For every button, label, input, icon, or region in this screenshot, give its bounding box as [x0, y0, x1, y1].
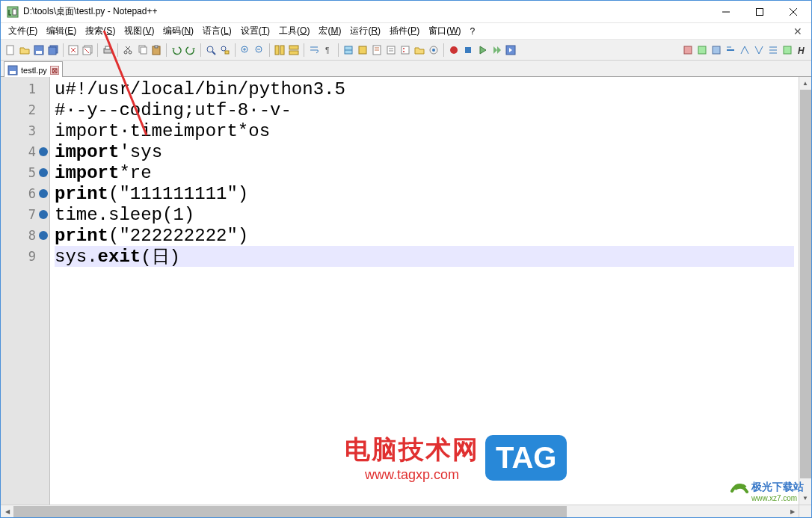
svg-rect-1	[13, 9, 16, 15]
tb-extra5-icon[interactable]	[738, 43, 751, 58]
sync-v-icon[interactable]	[273, 43, 286, 58]
func-list-icon[interactable]	[399, 43, 412, 58]
tb-extra1-icon[interactable]	[681, 43, 695, 58]
tb-extra3-icon[interactable]	[710, 43, 723, 58]
svg-rect-68	[784, 46, 791, 54]
save-all-icon[interactable]	[46, 43, 60, 58]
folder-workspace-icon[interactable]	[413, 43, 426, 58]
svg-rect-62	[713, 46, 720, 54]
menu-view[interactable]: 视图(V)	[120, 23, 159, 39]
menu-plugins[interactable]: 插件(P)	[385, 23, 424, 39]
scroll-thumb[interactable]	[800, 90, 811, 478]
svg-rect-58	[465, 47, 471, 53]
record-macro-icon[interactable]	[447, 43, 461, 58]
line-number: 7	[1, 204, 49, 225]
svg-point-29	[221, 46, 226, 51]
svg-point-27	[207, 46, 213, 52]
svg-point-19	[124, 51, 127, 54]
svg-rect-10	[49, 47, 56, 55]
doc-map-icon[interactable]	[370, 43, 384, 58]
tb-extra7-icon[interactable]	[766, 43, 780, 58]
svg-point-53	[403, 48, 405, 49]
close-all-icon[interactable]	[81, 43, 94, 58]
svg-rect-49	[387, 46, 395, 54]
code-line: import*re	[55, 162, 794, 183]
horizontal-scrollbar[interactable]: ◀ ▶	[1, 505, 811, 517]
tb-extra8-icon[interactable]	[781, 43, 794, 58]
new-file-icon[interactable]	[4, 43, 17, 58]
menu-search[interactable]: 搜索(S)	[81, 23, 120, 39]
close-button[interactable]	[776, 1, 810, 22]
line-number: 8	[1, 225, 49, 246]
svg-rect-26	[155, 46, 158, 48]
open-file-icon[interactable]	[18, 43, 31, 58]
save-macro-icon[interactable]	[504, 43, 517, 58]
line-number: 2	[1, 99, 49, 120]
menu-encoding[interactable]: 编码(N)	[159, 23, 198, 39]
print-icon[interactable]	[101, 43, 114, 58]
svg-rect-39	[289, 51, 298, 55]
change-marker-icon	[39, 231, 48, 240]
maximize-button[interactable]	[742, 1, 776, 22]
line-number-gutter[interactable]: 1 2 3 4 5 6 7 8 9	[1, 77, 50, 505]
copy-icon[interactable]	[135, 43, 149, 58]
menu-settings[interactable]: 设置(T)	[236, 23, 274, 39]
zoom-out-icon[interactable]	[253, 43, 266, 58]
svg-rect-36	[275, 46, 279, 55]
svg-point-54	[403, 51, 405, 52]
code-editor[interactable]: u#!/usr/local/bin/python3.5 #·-y--coding…	[50, 77, 799, 505]
redo-icon[interactable]	[184, 43, 197, 58]
svg-point-57	[450, 46, 458, 54]
play-macro-icon[interactable]	[476, 43, 489, 58]
line-number: 3	[1, 120, 49, 141]
menu-tools[interactable]: 工具(O)	[274, 23, 314, 39]
menu-language[interactable]: 语言(L)	[198, 23, 236, 39]
scroll-left-icon[interactable]: ◀	[1, 505, 13, 518]
save-icon[interactable]	[32, 43, 46, 58]
code-line: print("222222222")	[55, 225, 794, 246]
scroll-up-icon[interactable]: ▲	[799, 77, 811, 90]
stop-macro-icon[interactable]	[461, 43, 475, 58]
vertical-scrollbar[interactable]: ▲ ▼	[799, 77, 811, 505]
menu-help[interactable]: ?	[465, 25, 479, 38]
cut-icon[interactable]	[121, 43, 135, 58]
replace-icon[interactable]	[218, 43, 232, 58]
svg-rect-18	[105, 46, 110, 49]
close-doc-icon[interactable]	[67, 43, 80, 58]
find-icon[interactable]	[204, 43, 218, 58]
scroll-right-icon[interactable]: ▶	[786, 505, 799, 518]
code-line-current: sys.exit(日)	[55, 246, 794, 267]
svg-rect-3	[756, 8, 763, 15]
wordwrap-icon[interactable]	[307, 43, 321, 58]
zoom-in-icon[interactable]	[239, 43, 252, 58]
line-number: 6	[1, 183, 49, 204]
sync-h-icon[interactable]	[287, 43, 301, 58]
indent-guide-icon[interactable]	[342, 43, 355, 58]
monitoring-icon[interactable]	[427, 43, 440, 58]
scroll-thumb-h[interactable]	[13, 506, 567, 517]
svg-text:H: H	[798, 46, 805, 55]
line-number: 9	[1, 246, 49, 267]
menu-close-doc[interactable]: ✕	[787, 25, 808, 37]
ud-lang-icon[interactable]	[356, 43, 369, 58]
minimize-button[interactable]	[709, 1, 742, 22]
menu-run[interactable]: 运行(R)	[345, 23, 385, 39]
undo-icon[interactable]	[170, 43, 183, 58]
play-multi-icon[interactable]	[490, 43, 503, 58]
tab-close-icon[interactable]: ⊠	[50, 66, 59, 75]
menu-window[interactable]: 窗口(W)	[424, 23, 465, 39]
tb-bold-icon[interactable]: H	[795, 43, 808, 58]
menu-edit[interactable]: 编辑(E)	[42, 23, 81, 39]
menu-file[interactable]: 文件(F)	[4, 23, 42, 39]
show-all-chars-icon[interactable]: ¶	[322, 43, 335, 58]
tb-extra2-icon[interactable]	[695, 43, 709, 58]
doc-list-icon[interactable]	[384, 43, 398, 58]
paste-icon[interactable]	[150, 43, 163, 58]
tb-extra4-icon[interactable]	[724, 43, 737, 58]
tab-testl[interactable]: testl.py ⊠	[4, 61, 63, 77]
menu-macro[interactable]: 宏(M)	[314, 23, 345, 39]
svg-rect-45	[359, 46, 366, 54]
scroll-down-icon[interactable]: ▼	[799, 492, 811, 505]
tb-extra6-icon[interactable]	[752, 43, 766, 58]
tab-label: testl.py	[21, 66, 47, 75]
